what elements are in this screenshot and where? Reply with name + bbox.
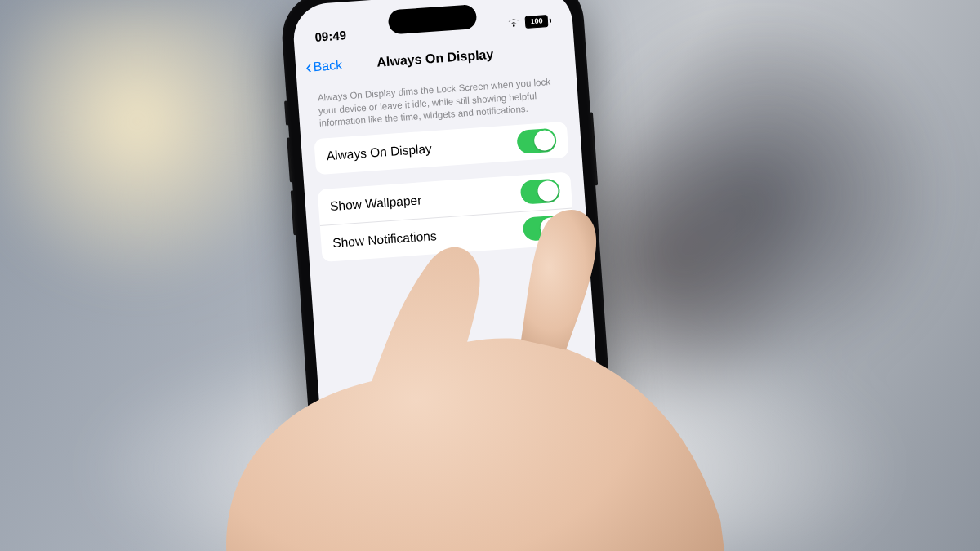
toggle-always-on-display[interactable] <box>516 128 557 154</box>
chevron-left-icon: ‹ <box>305 58 312 76</box>
row-label: Show Notifications <box>332 229 437 251</box>
toggle-show-wallpaper[interactable] <box>520 179 561 205</box>
phone-device: 09:49 100 ‹ Back Always On Display Alway <box>279 0 624 551</box>
wifi-icon <box>507 17 521 28</box>
row-label: Always On Display <box>326 141 432 163</box>
toggle-show-notifications[interactable] <box>523 215 564 241</box>
battery-icon: 100 <box>524 14 551 28</box>
back-label: Back <box>313 58 343 74</box>
back-button[interactable]: ‹ Back <box>295 56 342 78</box>
settings-group-options: Show Wallpaper Show Notifications <box>318 171 575 261</box>
settings-content: Always On Display dims the Lock Screen w… <box>297 71 612 551</box>
phone-screen: 09:49 100 ‹ Back Always On Display Alway <box>292 0 612 551</box>
battery-level: 100 <box>530 16 543 25</box>
status-time: 09:49 <box>314 28 346 44</box>
row-label: Show Wallpaper <box>330 193 422 214</box>
